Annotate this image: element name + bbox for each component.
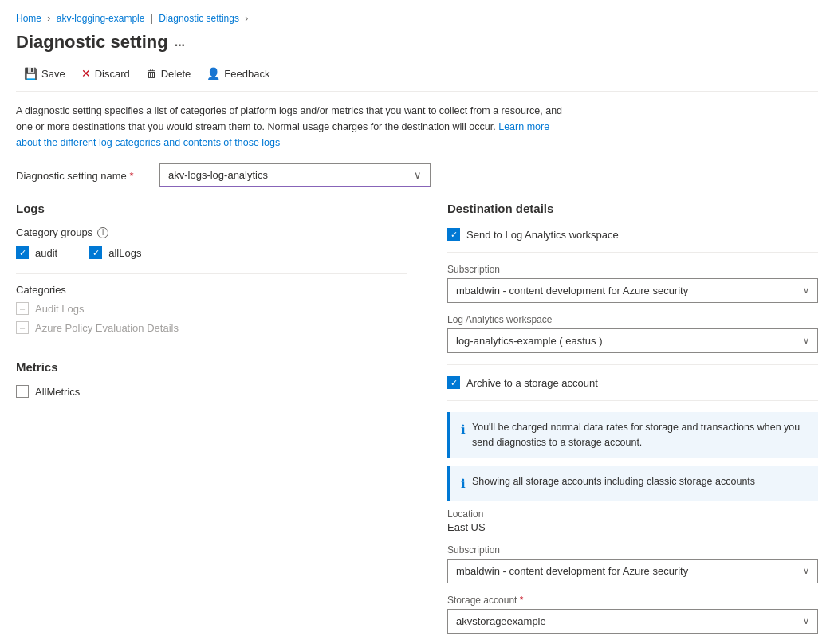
storage-account-dropdown-arrow: ∨ (803, 616, 809, 626)
discard-icon: ✕ (81, 67, 91, 80)
metrics-title: Metrics (16, 360, 407, 374)
subscription2-field: Subscription mbaldwin - content developm… (447, 544, 818, 583)
storage-account-label: Storage account * (447, 595, 818, 606)
category-groups-info-icon[interactable]: i (97, 227, 108, 238)
workspace-dropdown[interactable]: log-analytics-example ( eastus ) ∨ (447, 328, 818, 353)
storage-option: Archive to a storage account (447, 376, 818, 389)
audit-checkbox-row: audit (16, 246, 57, 259)
category-checks: audit allLogs (16, 246, 407, 264)
location-label: Location (447, 509, 818, 520)
storage-details-divider (447, 400, 818, 401)
subscription-dropdown[interactable]: mbaldwin - content development for Azure… (447, 278, 818, 303)
metrics-section: Metrics AllMetrics (16, 360, 407, 398)
subscription2-dropdown[interactable]: mbaldwin - content development for Azure… (447, 559, 818, 583)
dropdown-arrow-icon: ∨ (414, 169, 422, 181)
azure-policy-label: Azure Policy Evaluation Details (35, 322, 179, 334)
breadcrumb-home[interactable]: Home (16, 13, 41, 24)
name-label: Diagnostic setting name * (16, 170, 159, 182)
subscription-field: Subscription mbaldwin - content developm… (447, 264, 818, 303)
storage-info-text-2: Showing all storage accounts including c… (472, 474, 755, 489)
description: A diagnostic setting specifies a list of… (16, 103, 574, 151)
log-analytics-label: Send to Log Analytics workspace (466, 229, 619, 241)
allMetrics-label: AllMetrics (35, 386, 80, 398)
subscription-dropdown-arrow: ∨ (803, 285, 809, 296)
storage-info-text-1: You'll be charged normal data rates for … (472, 420, 807, 450)
workspace-label: Log Analytics workspace (447, 314, 818, 325)
subscription2-value: mbaldwin - content development for Azure… (456, 565, 688, 577)
storage-info-box-1: ℹ You'll be charged normal data rates fo… (447, 412, 818, 458)
category-groups-header: Category groups i (16, 226, 407, 238)
log-analytics-divider (447, 252, 818, 253)
audit-logs-checkbox[interactable] (16, 302, 29, 315)
audit-label: audit (35, 247, 57, 259)
destination-title: Destination details (447, 202, 818, 215)
audit-checkbox[interactable] (16, 246, 29, 259)
delete-button[interactable]: 🗑 Delete (138, 64, 199, 83)
page-title: Diagnostic setting ... (16, 32, 818, 53)
logs-section: Logs Category groups i audit allLogs Ca (16, 202, 407, 334)
storage-divider (447, 364, 818, 365)
workspace-value: log-analytics-example ( eastus ) (456, 335, 603, 347)
diagnostic-name-field: Diagnostic setting name * akv-logs-log-a… (16, 163, 818, 187)
storage-account-dropdown[interactable]: akvstorageexample ∨ (447, 609, 818, 634)
allLogs-checkbox[interactable] (89, 246, 102, 259)
location-field: Location East US (447, 509, 818, 533)
page-title-ellipsis[interactable]: ... (175, 35, 185, 49)
audit-logs-item: Audit Logs (16, 302, 407, 315)
allLogs-label: allLogs (108, 247, 141, 259)
name-input[interactable]: akv-logs-log-analytics ∨ (159, 163, 431, 187)
feedback-icon: 👤 (207, 67, 220, 80)
storage-account-field: Storage account * akvstorageexample ∨ (447, 595, 818, 634)
divider-2 (16, 344, 407, 344)
workspace-dropdown-arrow: ∨ (803, 336, 809, 346)
discard-button[interactable]: ✕ Discard (73, 64, 138, 83)
storage-label: Archive to a storage account (466, 377, 598, 389)
location-value: East US (447, 521, 818, 533)
workspace-field: Log Analytics workspace log-analytics-ex… (447, 314, 818, 353)
audit-logs-label: Audit Logs (35, 303, 84, 315)
breadcrumb-resource[interactable]: akv-logging-example (57, 13, 145, 24)
feedback-button[interactable]: 👤 Feedback (199, 64, 277, 83)
log-analytics-checkbox[interactable] (447, 228, 460, 241)
toolbar: 💾 Save ✕ Discard 🗑 Delete 👤 Feedback (16, 64, 818, 92)
subscription2-dropdown-arrow: ∨ (803, 566, 809, 576)
save-icon: 💾 (24, 67, 37, 80)
divider-1 (16, 273, 407, 274)
delete-icon: 🗑 (146, 67, 157, 80)
categories-label: Categories (16, 284, 407, 296)
save-button[interactable]: 💾 Save (16, 64, 73, 83)
storage-checkbox[interactable] (447, 376, 460, 389)
categories-section: Categories Audit Logs Azure Policy Evalu… (16, 284, 407, 334)
subscription2-label: Subscription (447, 544, 818, 556)
right-panel: Destination details Send to Log Analytic… (423, 202, 818, 644)
subscription-value: mbaldwin - content development for Azure… (456, 285, 688, 296)
azure-policy-checkbox[interactable] (16, 321, 29, 334)
log-analytics-option: Send to Log Analytics workspace (447, 228, 818, 241)
logs-title: Logs (16, 202, 407, 215)
allMetrics-checkbox[interactable] (16, 385, 29, 398)
storage-info-box-2: ℹ Showing all storage accounts including… (447, 466, 818, 501)
breadcrumb: Home › akv-logging-example | Diagnostic … (16, 13, 818, 24)
allLogs-checkbox-row: allLogs (89, 246, 141, 259)
subscription-label: Subscription (447, 264, 818, 275)
info-icon-2: ℹ (461, 475, 466, 493)
allMetrics-checkbox-row: AllMetrics (16, 385, 407, 398)
info-icon-1: ℹ (461, 421, 466, 439)
storage-account-value: akvstorageexample (456, 615, 546, 627)
main-layout: Logs Category groups i audit allLogs Ca (16, 202, 818, 644)
azure-policy-item: Azure Policy Evaluation Details (16, 321, 407, 334)
breadcrumb-page[interactable]: Diagnostic settings (159, 13, 239, 24)
left-panel: Logs Category groups i audit allLogs Ca (16, 202, 423, 644)
